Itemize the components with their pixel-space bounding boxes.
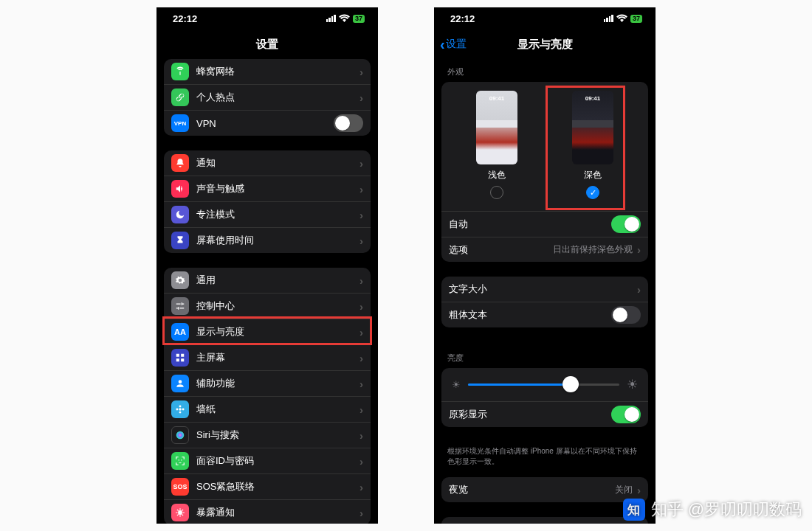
row-label: 显示与亮度 [196, 325, 359, 339]
link-icon [171, 88, 189, 106]
settings-row-通知[interactable]: 通知› [164, 150, 371, 176]
chevron-right-icon: › [359, 403, 363, 416]
row-appearance-options[interactable]: 选项 日出前保持深色外观 › [441, 237, 648, 262]
row-label: Siri与搜索 [196, 428, 359, 442]
back-button[interactable]: ‹设置 [440, 37, 467, 52]
gear-icon [171, 271, 189, 289]
row-label: 屏幕使用时间 [196, 234, 359, 247]
settings-row-通用[interactable]: 通用› [164, 268, 371, 293]
grid-icon [171, 349, 189, 367]
virus-icon [171, 504, 189, 521]
settings-row-VPN[interactable]: VPNVPN [164, 110, 371, 136]
settings-row-声音与触感[interactable]: 声音与触感› [164, 176, 371, 201]
chevron-right-icon: › [359, 274, 363, 287]
flower-icon [171, 400, 189, 418]
row-auto-lock[interactable]: 自动锁定 [441, 517, 648, 524]
light-radio[interactable] [490, 186, 503, 199]
svg-point-5 [176, 431, 185, 440]
brightness-slider[interactable] [468, 384, 619, 386]
chevron-right-icon: › [359, 300, 363, 313]
dark-radio[interactable]: ✓ [586, 186, 599, 199]
settings-row-专注模式[interactable]: 专注模式› [164, 201, 371, 227]
true-tone-toggle[interactable] [611, 406, 641, 423]
chevron-right-icon: › [637, 243, 641, 256]
appearance-option-light[interactable]: 09:41 浅色 [476, 91, 517, 199]
cellular-signal-icon [604, 15, 613, 22]
settings-row-主屏幕[interactable]: 主屏幕› [164, 344, 371, 370]
chevron-right-icon: › [359, 183, 363, 195]
chevron-right-icon: › [637, 283, 641, 296]
row-night-shift[interactable]: 夜览 关闭 › [441, 477, 648, 502]
display-settings-list[interactable]: 外观 09:41 浅色 09:41 深色 ✓ [434, 56, 656, 524]
settings-row-辅助功能[interactable]: 辅助功能› [164, 370, 371, 396]
sos-icon: SOS [171, 478, 189, 496]
page-title: 显示与亮度 [517, 38, 573, 52]
appearance-group: 09:41 浅色 09:41 深色 ✓ 自动 [441, 82, 648, 262]
light-mode-preview: 09:41 [476, 91, 517, 164]
svg-point-1 [179, 405, 182, 407]
nav-header: 设置 [156, 30, 378, 59]
settings-row-显示与亮度[interactable]: AA显示与亮度› [164, 319, 371, 344]
chevron-right-icon: › [359, 429, 363, 442]
settings-group: 蜂窝网络›个人热点›VPNVPN [164, 59, 371, 136]
row-text-size[interactable]: 文字大小 › [441, 277, 648, 302]
row-label: 专注模式 [196, 208, 359, 221]
svg-line-11 [177, 510, 179, 511]
bold-text-toggle[interactable] [611, 306, 641, 324]
chevron-right-icon: › [359, 91, 363, 104]
sliders-icon [171, 297, 189, 315]
settings-row-个人热点[interactable]: 个人热点› [164, 84, 371, 110]
status-bar: 22:12 37 [156, 7, 378, 30]
row-label: 蜂窝网络 [196, 65, 359, 78]
chevron-right-icon: › [359, 157, 363, 170]
row-label: 个人热点 [196, 91, 359, 104]
settings-row-屏幕使用时间[interactable]: 屏幕使用时间› [164, 227, 371, 253]
hourglass-icon [171, 232, 189, 249]
chevron-right-icon: › [359, 66, 363, 78]
bell-icon [171, 154, 189, 172]
settings-group: 通用›控制中心›AA显示与亮度›主屏幕›辅助功能›墙纸›Siri与搜索›面容ID… [164, 268, 371, 524]
watermark: 知 知乎 @罗叨叨叨数码 [623, 499, 802, 521]
toggle[interactable] [334, 114, 363, 132]
settings-row-控制中心[interactable]: 控制中心› [164, 293, 371, 319]
chevron-right-icon: › [359, 481, 363, 493]
section-label-brightness: 亮度 [434, 342, 656, 368]
row-label: 控制中心 [196, 299, 359, 313]
svg-point-4 [182, 409, 185, 411]
light-label: 浅色 [488, 169, 506, 181]
sun-small-icon: ☀︎ [452, 379, 461, 390]
sun-large-icon: ☀︎ [627, 377, 638, 392]
settings-row-暴露通知[interactable]: 暴露通知› [164, 499, 371, 524]
settings-row-Siri与搜索[interactable]: Siri与搜索› [164, 422, 371, 448]
moon-icon [171, 206, 189, 223]
settings-row-SOS紧急联络[interactable]: SOSSOS紧急联络› [164, 473, 371, 499]
settings-list[interactable]: 蜂窝网络›个人热点›VPNVPN通知›声音与触感›专注模式›屏幕使用时间›通用›… [156, 59, 378, 524]
row-auto-appearance[interactable]: 自动 [441, 211, 648, 237]
settings-row-面容ID与密码[interactable]: 面容ID与密码› [164, 448, 371, 473]
brightness-slider-row: ☀︎ ☀︎ [441, 368, 648, 401]
row-true-tone[interactable]: 原彩显示 [441, 401, 648, 427]
settings-row-蜂窝网络[interactable]: 蜂窝网络› [164, 59, 371, 84]
auto-toggle[interactable] [611, 215, 641, 233]
settings-row-墙纸[interactable]: 墙纸› [164, 396, 371, 422]
svg-point-6 [178, 510, 182, 515]
battery-indicator: 37 [353, 15, 365, 23]
display-brightness-screen: 22:12 37 ‹设置 显示与亮度 外观 09:41 [434, 7, 656, 524]
svg-line-13 [177, 514, 179, 516]
brightness-slider-thumb[interactable] [562, 376, 579, 392]
row-bold-text[interactable]: 粗体文本 [441, 302, 648, 327]
settings-screen: 22:12 37 设置 蜂窝网络›个人热点›VPNVPN通知›声音与触感›专注模… [156, 7, 378, 524]
nav-header: ‹设置 显示与亮度 [434, 30, 656, 59]
options-value: 日出前保持深色外观 [553, 243, 633, 256]
chevron-right-icon: › [359, 326, 363, 339]
chevron-right-icon: › [359, 378, 363, 390]
night-shift-group: 夜览 关闭 › [441, 477, 648, 502]
person-icon [171, 375, 189, 392]
svg-point-3 [176, 409, 178, 411]
row-label: 主屏幕 [196, 351, 359, 364]
chevron-right-icon: › [359, 352, 363, 364]
chevron-right-icon: › [637, 484, 641, 496]
zhihu-logo-icon: 知 [623, 499, 645, 521]
true-tone-note: 根据环境光条件自动调整 iPhone 屏幕以在不同环境下保持色彩显示一致。 [434, 442, 656, 477]
appearance-option-dark[interactable]: 09:41 深色 ✓ [572, 91, 613, 199]
